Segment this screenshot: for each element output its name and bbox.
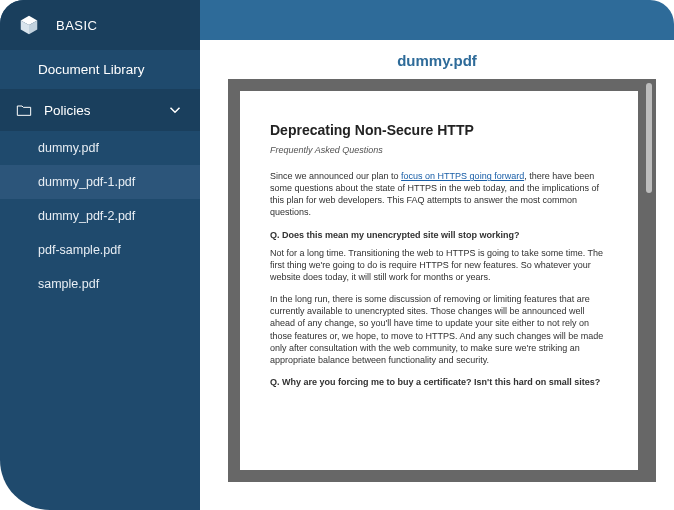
page-intro: Since we announced our plan to focus on … xyxy=(270,170,608,219)
viewer-wrap: Deprecating Non-Secure HTTP Frequently A… xyxy=(200,79,674,510)
nav-document-library[interactable]: Document Library xyxy=(0,50,200,89)
brand-title: BASIC xyxy=(56,18,98,33)
top-band xyxy=(200,0,674,40)
page-q1: Q. Does this mean my unencrypted site wi… xyxy=(270,229,608,241)
nav-folder-policies[interactable]: Policies xyxy=(0,89,200,131)
cube-icon xyxy=(18,14,40,36)
sidebar: BASIC Document Library Policies dummy.pd… xyxy=(0,0,200,510)
pdf-page: Deprecating Non-Secure HTTP Frequently A… xyxy=(240,91,638,470)
file-item[interactable]: dummy_pdf-2.pdf xyxy=(0,199,200,233)
page-a1a: Not for a long time. Transitioning the w… xyxy=(270,247,608,283)
file-item[interactable]: dummy.pdf xyxy=(0,131,200,165)
chevron-down-icon xyxy=(166,101,184,119)
document-title: dummy.pdf xyxy=(200,40,674,79)
scroll-thumb[interactable] xyxy=(646,83,652,193)
file-item[interactable]: pdf-sample.pdf xyxy=(0,233,200,267)
app-window: BASIC Document Library Policies dummy.pd… xyxy=(0,0,674,510)
file-item[interactable]: sample.pdf xyxy=(0,267,200,301)
brand-header: BASIC xyxy=(0,0,200,50)
nav-label: Document Library xyxy=(38,62,145,77)
folder-label: Policies xyxy=(44,103,91,118)
folder-icon xyxy=(16,103,32,117)
pdf-viewer[interactable]: Deprecating Non-Secure HTTP Frequently A… xyxy=(228,79,656,482)
scrollbar[interactable] xyxy=(646,83,652,478)
intro-link[interactable]: focus on HTTPS going forward xyxy=(401,171,524,181)
page-subheading: Frequently Asked Questions xyxy=(270,144,608,156)
page-q2: Q. Why are you forcing me to buy a certi… xyxy=(270,376,608,388)
page-heading: Deprecating Non-Secure HTTP xyxy=(270,121,608,140)
file-list: dummy.pdfdummy_pdf-1.pdfdummy_pdf-2.pdfp… xyxy=(0,131,200,301)
page-a1b: In the long run, there is some discussio… xyxy=(270,293,608,366)
file-item[interactable]: dummy_pdf-1.pdf xyxy=(0,165,200,199)
main-pane: dummy.pdf Deprecating Non-Secure HTTP Fr… xyxy=(200,0,674,510)
